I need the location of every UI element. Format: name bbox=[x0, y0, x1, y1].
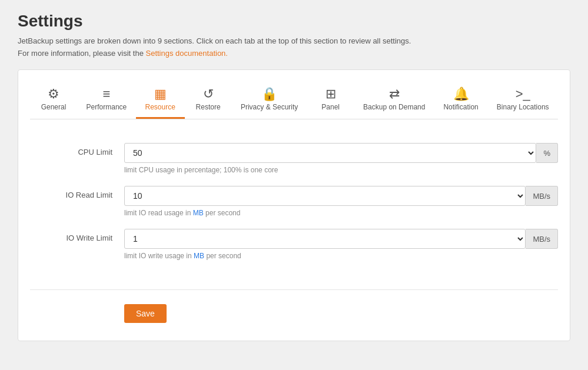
control-group-cpu-limit: 50%limit CPU usage in percentage; 100% i… bbox=[124, 143, 558, 174]
restore-icon: ↺ bbox=[203, 88, 214, 101]
select-io-write-limit[interactable]: 1 bbox=[124, 229, 526, 249]
tab-resource[interactable]: ▦Resource bbox=[136, 82, 185, 119]
control-group-io-write-limit: 1MB/slimit IO write usage in MB per seco… bbox=[124, 229, 558, 260]
divider bbox=[30, 289, 558, 290]
info-line: For more information, please visit the S… bbox=[18, 49, 570, 58]
hint-cpu-limit: limit CPU usage in percentage; 100% is o… bbox=[124, 166, 558, 174]
control-group-io-read-limit: 10MB/slimit IO read usage in MB per seco… bbox=[124, 186, 558, 217]
hint-io-read-limit: limit IO read usage in MB per second bbox=[124, 209, 558, 217]
label-cpu-limit: CPU Limit bbox=[30, 143, 124, 156]
unit-badge-io-read-limit: MB/s bbox=[526, 186, 558, 206]
select-cpu-limit[interactable]: 50 bbox=[124, 143, 536, 163]
general-icon: ⚙ bbox=[48, 88, 59, 101]
resource-icon: ▦ bbox=[154, 88, 167, 101]
tab-performance[interactable]: ≡Performance bbox=[77, 82, 136, 119]
select-io-read-limit[interactable]: 10 bbox=[124, 186, 526, 206]
backup-on-demand-icon: ⇄ bbox=[389, 88, 400, 101]
tab-label-privacy-security: Privacy & Security bbox=[241, 103, 298, 111]
tab-label-notification: Notification bbox=[443, 103, 478, 111]
tab-label-binary-locations: Binary Locations bbox=[497, 103, 549, 111]
page-wrapper: Settings JetBackup settings are broken d… bbox=[0, 0, 588, 370]
tab-general[interactable]: ⚙General bbox=[30, 82, 77, 119]
resource-form: CPU Limit50%limit CPU usage in percentag… bbox=[30, 137, 558, 278]
tab-restore[interactable]: ↺Restore bbox=[185, 82, 232, 119]
tab-binary-locations[interactable]: >_Binary Locations bbox=[487, 82, 558, 119]
page-title: Settings bbox=[18, 12, 570, 31]
settings-card: ⚙General≡Performance▦Resource↺Restore🔒Pr… bbox=[18, 69, 570, 341]
input-unit-cpu-limit: 50% bbox=[124, 143, 558, 163]
panel-icon: ⊞ bbox=[325, 88, 336, 101]
tab-label-restore: Restore bbox=[196, 103, 221, 111]
tab-label-performance: Performance bbox=[87, 103, 127, 111]
hint-io-write-limit: limit IO write usage in MB per second bbox=[124, 252, 558, 260]
unit-badge-cpu-limit: % bbox=[536, 143, 558, 163]
tab-backup-on-demand[interactable]: ⇄Backup on Demand bbox=[354, 82, 434, 119]
form-row-io-read-limit: IO Read Limit10MB/slimit IO read usage i… bbox=[30, 186, 558, 217]
tab-label-backup-on-demand: Backup on Demand bbox=[363, 103, 425, 111]
save-button[interactable]: Save bbox=[124, 304, 167, 323]
hint-highlight-io-write-limit: MB bbox=[194, 252, 204, 260]
tab-label-resource: Resource bbox=[145, 103, 175, 111]
tab-label-general: General bbox=[41, 103, 67, 111]
performance-icon: ≡ bbox=[103, 88, 111, 101]
privacy-security-icon: 🔒 bbox=[261, 88, 277, 101]
page-subtitle: JetBackup settings are broken down into … bbox=[18, 36, 570, 45]
form-row-io-write-limit: IO Write Limit1MB/slimit IO write usage … bbox=[30, 229, 558, 260]
label-io-read-limit: IO Read Limit bbox=[30, 186, 124, 199]
tabs-nav: ⚙General≡Performance▦Resource↺Restore🔒Pr… bbox=[30, 82, 558, 119]
tab-notification[interactable]: 🔔Notification bbox=[434, 82, 488, 119]
tab-label-panel: Panel bbox=[321, 103, 340, 111]
label-io-write-limit: IO Write Limit bbox=[30, 229, 124, 242]
settings-doc-link[interactable]: Settings documentation. bbox=[145, 49, 227, 58]
binary-locations-icon: >_ bbox=[516, 88, 530, 101]
tab-privacy-security[interactable]: 🔒Privacy & Security bbox=[232, 82, 307, 119]
input-unit-io-write-limit: 1MB/s bbox=[124, 229, 558, 249]
form-row-cpu-limit: CPU Limit50%limit CPU usage in percentag… bbox=[30, 143, 558, 174]
tab-panel[interactable]: ⊞Panel bbox=[307, 82, 354, 119]
hint-highlight-io-read-limit: MB bbox=[193, 209, 204, 217]
unit-badge-io-write-limit: MB/s bbox=[526, 229, 558, 249]
notification-icon: 🔔 bbox=[453, 88, 469, 101]
input-unit-io-read-limit: 10MB/s bbox=[124, 186, 558, 206]
